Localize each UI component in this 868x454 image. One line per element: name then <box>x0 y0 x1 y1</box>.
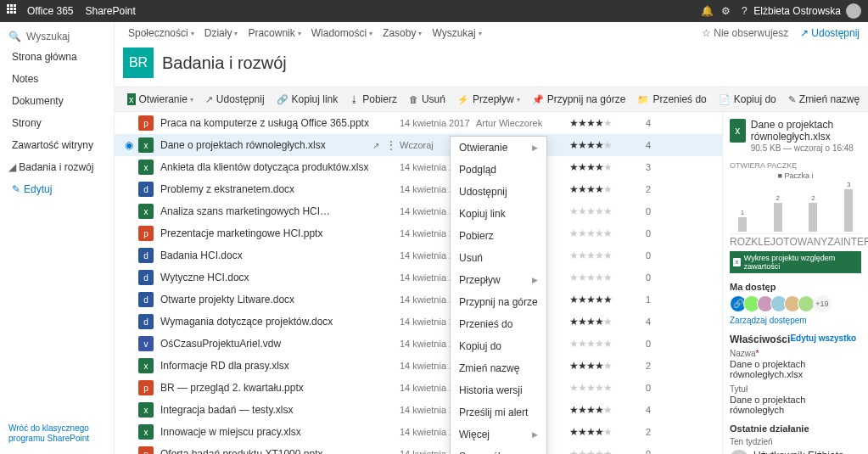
file-name[interactable]: BR — przegląd 2. kwartału.pptx <box>160 382 372 394</box>
context-menu-item[interactable]: Zmień nazwę <box>451 357 546 379</box>
avatar[interactable] <box>798 295 815 312</box>
user-avatar[interactable] <box>846 3 861 19</box>
file-rating[interactable]: ★★★★★ <box>569 360 646 372</box>
context-menu-item[interactable]: Przenieś do <box>451 313 546 335</box>
nav-item[interactable]: Strony <box>0 112 114 134</box>
cmd-share[interactable]: ↗Udostępnij <box>199 87 271 111</box>
context-menu-item[interactable]: Kopiuj link <box>451 203 546 225</box>
context-menu-item[interactable]: Pobierz <box>451 225 546 247</box>
context-menu-item[interactable]: Usuń <box>451 247 546 269</box>
site-logo[interactable]: BR <box>123 48 154 78</box>
file-row[interactable]: ○pBR — przegląd 2. kwartału.pptx14 kwiet… <box>115 377 722 399</box>
file-name[interactable]: Prezentacje marketingowe HCI.pptx <box>160 227 372 239</box>
file-rating[interactable]: ★★★★★ <box>569 183 646 195</box>
file-row[interactable]: ◉xDane o projektach równoległych.xlsx↗⋮W… <box>115 134 722 156</box>
file-rating[interactable]: ★★★★★ <box>569 227 646 239</box>
file-row[interactable]: ○dWymagania dotyczące projektów.docx14 k… <box>115 311 722 333</box>
follow-button[interactable]: Nie obserwujesz <box>702 27 788 39</box>
file-row[interactable]: ○xAnkieta dla klientów dotycząca produkt… <box>115 156 722 178</box>
nav-item[interactable]: Dokumenty <box>0 90 114 112</box>
hubnav-item[interactable]: Zasoby <box>378 25 427 41</box>
file-row[interactable]: ○vOśCzasuProjektuAriel.vdw14 kwietnia 20… <box>115 333 722 355</box>
manage-access-link[interactable]: Zarządzaj dostępem <box>730 316 861 325</box>
nav-item[interactable]: Strona główna <box>0 46 114 68</box>
file-rating[interactable]: ★★★★★ <box>569 161 646 173</box>
help-icon[interactable]: ? <box>735 5 753 17</box>
file-name[interactable]: Oferta badań produktu XT1000.pptx <box>160 448 372 454</box>
search-box[interactable]: 🔍Wyszukaj <box>0 27 114 46</box>
share-site-button[interactable]: Udostępnij <box>800 27 860 39</box>
prop-name-value[interactable]: Dane o projektach równoległych.xlsx <box>730 359 861 379</box>
context-menu-item[interactable]: Przypnij na górze <box>451 291 546 313</box>
file-row[interactable]: ○dOtwarte projekty Litware.docx14 kwietn… <box>115 289 722 311</box>
nav-item[interactable]: Zawartość witryny <box>0 134 114 156</box>
file-rating[interactable]: ★★★★★ <box>569 404 646 416</box>
file-rating[interactable]: ★★★★★ <box>569 205 646 217</box>
cmd-flow[interactable]: ⚡Przepływ▾ <box>451 87 526 111</box>
cmd-download[interactable]: ⭳Pobierz <box>344 87 403 111</box>
file-row[interactable]: ○pOferta badań produktu XT1000.pptx14 kw… <box>115 443 722 454</box>
file-rating[interactable]: ★★★★★ <box>569 426 646 438</box>
cmd-pin[interactable]: 📌Przypnij na górze <box>526 87 632 111</box>
file-row[interactable]: ○dWytyczne HCI.docx14 kwietnia 2017★★★★★… <box>115 266 722 289</box>
file-name[interactable]: Problemy z ekstranetem.docx <box>160 183 372 195</box>
file-row[interactable]: ○dProblemy z ekstranetem.docx14 kwietnia… <box>115 178 722 200</box>
nav-classic-link[interactable]: Wróć do klasycznego programu SharePoint <box>0 418 114 449</box>
file-row[interactable]: ○xIntegracja badań — testy.xlsx14 kwietn… <box>115 399 722 421</box>
context-menu-item[interactable]: Podgląd <box>451 159 546 181</box>
context-menu-item[interactable]: Prześlij mi alert <box>451 401 546 423</box>
hubnav-item[interactable]: Wiadomości <box>306 25 378 41</box>
file-rating[interactable]: ★★★★★ <box>569 139 646 151</box>
prop-title-value[interactable]: Dane o projektach równoległych <box>730 395 861 415</box>
nav-item[interactable]: Notes <box>0 68 114 90</box>
nav-edit[interactable]: Edytuj <box>0 178 114 200</box>
gear-icon[interactable]: ⚙ <box>716 5 735 17</box>
file-name[interactable]: OśCzasuProjektuAriel.vdw <box>160 338 372 350</box>
cmd-open[interactable]: xOtwieranie▾ <box>121 87 199 111</box>
file-rating[interactable]: ★★★★★ <box>569 249 646 261</box>
file-rating[interactable]: ★★★★★ <box>569 272 646 283</box>
file-row[interactable]: ○xInnowacje w miejscu pracy.xlsx14 kwiet… <box>115 421 722 443</box>
row-check-icon[interactable]: ◉ <box>120 139 138 151</box>
cmd-move[interactable]: 📁Przenieś do <box>631 87 712 111</box>
file-rating[interactable]: ★★★★★ <box>569 448 646 454</box>
context-menu-item[interactable]: Otwieranie▶ <box>451 137 546 159</box>
file-name[interactable]: Wymagania dotyczące projektów.docx <box>160 316 372 328</box>
file-row[interactable]: ○dBadania HCI.docx14 kwietnia 2017★★★★★0 <box>115 244 722 266</box>
file-name[interactable]: Wytyczne HCI.docx <box>160 272 372 283</box>
file-name[interactable]: Badania HCI.docx <box>160 249 372 261</box>
hubnav-item[interactable]: Społeczności <box>123 25 199 41</box>
cmd-delete[interactable]: 🗑Usuń <box>403 87 451 111</box>
file-name[interactable]: Praca na komputerze z usługą Office 365.… <box>160 117 372 129</box>
hubnav-item[interactable]: Wyszukaj <box>427 25 486 41</box>
context-menu-item[interactable]: Szczegóły <box>451 446 546 454</box>
file-rating[interactable]: ★★★★★ <box>569 316 646 328</box>
cmd-copy[interactable]: 📄Kopiuj do <box>713 87 782 111</box>
office-label[interactable]: Office 365 <box>27 5 73 17</box>
file-rating[interactable]: ★★★★★ <box>569 382 646 394</box>
cmd-rename[interactable]: ✎Zmień nazwę <box>782 87 865 111</box>
context-menu-item[interactable]: Więcej▶ <box>451 423 546 446</box>
file-row[interactable]: ○xAnaliza szans marketingowych HCI…14 kw… <box>115 200 722 222</box>
access-more[interactable]: +19 <box>813 295 832 312</box>
user-name[interactable]: Elżbieta Ostrowska <box>753 5 841 17</box>
file-row[interactable]: ○pPraca na komputerze z usługą Office 36… <box>115 112 722 134</box>
file-name[interactable]: Otwarte projekty Litware.docx <box>160 294 372 305</box>
nav-current[interactable]: ◢ Badania i rozwój <box>0 156 114 178</box>
file-name[interactable]: Analiza szans marketingowych HCI… <box>160 205 372 217</box>
file-rating[interactable]: ★★★★★ <box>569 294 646 305</box>
bell-icon[interactable]: 🔔 <box>697 5 716 17</box>
file-name[interactable]: Ankieta dla klientów dotycząca produktów… <box>160 161 372 173</box>
file-name[interactable]: Innowacje w miejscu pracy.xlsx <box>160 426 372 438</box>
file-row[interactable]: ○pPrezentacje marketingowe HCI.pptx14 kw… <box>115 222 722 244</box>
file-row[interactable]: ○xInformacje RD dla prasy.xlsx14 kwietni… <box>115 355 722 377</box>
cmd-copylink[interactable]: 🔗Kopiuj link <box>271 87 344 111</box>
row-more-icon[interactable]: ⋮ <box>386 139 400 151</box>
file-rating[interactable]: ★★★★★ <box>569 338 646 350</box>
file-rating[interactable]: ★★★★★ <box>569 117 646 129</box>
file-name[interactable]: Informacje RD dla prasy.xlsx <box>160 360 372 372</box>
context-menu-item[interactable]: Kopiuj do <box>451 335 546 357</box>
file-name[interactable]: Integracja badań — testy.xlsx <box>160 404 372 416</box>
edit-all-link[interactable]: Edytuj wszystko <box>790 333 856 345</box>
context-menu-item[interactable]: Historia wersji <box>451 379 546 401</box>
